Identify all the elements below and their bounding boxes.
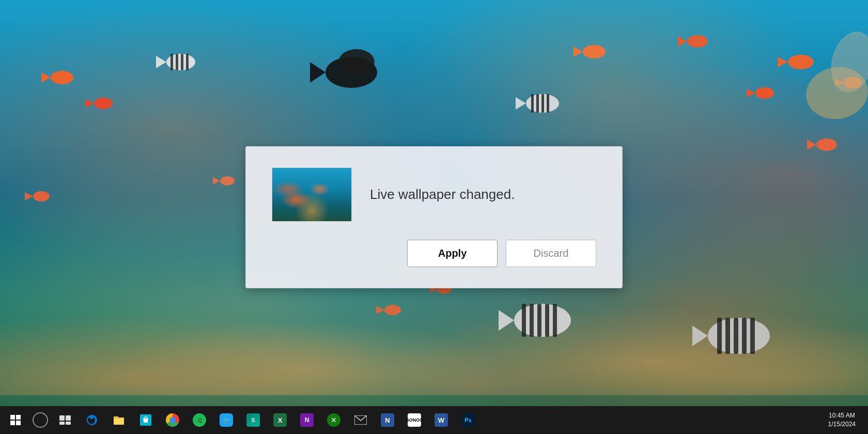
store-button[interactable] [132, 406, 159, 434]
cortana-icon [33, 412, 48, 428]
store-icon [138, 413, 153, 427]
cortana-button[interactable] [29, 406, 52, 434]
edge-icon [85, 413, 99, 427]
onenote-button[interactable]: N [293, 406, 320, 434]
xbox-button[interactable]: ✕ [320, 406, 347, 434]
task-view-button[interactable] [52, 406, 79, 434]
system-tray: 10:45 AM 1/15/2024 [818, 406, 866, 434]
excel-icon: X [273, 413, 287, 427]
onenote-icon: N [300, 413, 314, 427]
sonos-icon: SONOS [407, 413, 422, 427]
taskbar: ♫ 🐦 S X N ✕ [0, 406, 868, 434]
mail-icon [353, 413, 368, 427]
file-explorer-button[interactable] [105, 406, 132, 434]
apply-button[interactable]: Apply [407, 240, 498, 267]
spotify-icon: ♫ [192, 413, 207, 427]
twitter-button[interactable]: 🐦 [213, 406, 240, 434]
photoshop-button[interactable]: Ps [455, 406, 482, 434]
discard-button[interactable]: Discard [506, 240, 596, 267]
dialog-box: Live wallpaper changed. Apply Discard [245, 146, 623, 288]
excel-button[interactable]: X [267, 406, 293, 434]
svg-rect-59 [59, 415, 65, 421]
windows-icon [8, 413, 23, 427]
twitter-icon: 🐦 [219, 413, 234, 427]
clock-date: 1/15/2024 [828, 420, 856, 429]
word-button[interactable]: W [428, 406, 455, 434]
mail-button[interactable] [347, 406, 374, 434]
wallpaper-thumbnail [272, 167, 352, 222]
word-icon: W [434, 413, 448, 427]
svg-rect-61 [59, 422, 65, 425]
dialog-buttons: Apply Discard [272, 240, 596, 267]
svg-rect-57 [10, 421, 15, 425]
taskbar-clock[interactable]: 10:45 AM 1/15/2024 [824, 411, 860, 429]
sonos-button[interactable]: SONOS [401, 406, 428, 434]
svg-rect-60 [66, 415, 71, 421]
xbox-icon: ✕ [327, 413, 341, 427]
svg-rect-56 [16, 415, 21, 420]
task-view-icon [58, 413, 72, 427]
start-button[interactable] [2, 406, 29, 434]
svg-rect-58 [16, 421, 21, 425]
onenote-n-icon: N [380, 413, 395, 427]
dialog-content: Live wallpaper changed. [272, 167, 596, 222]
spotify-button[interactable]: ♫ [186, 406, 213, 434]
edge-button[interactable] [79, 406, 105, 434]
photoshop-icon: Ps [461, 413, 475, 427]
dialog-overlay: Live wallpaper changed. Apply Discard [0, 0, 868, 434]
chrome-button[interactable] [159, 406, 186, 434]
svg-rect-62 [66, 422, 71, 425]
svg-rect-55 [10, 415, 15, 420]
onenote-n-button[interactable]: N [374, 406, 401, 434]
clock-time: 10:45 AM [828, 411, 856, 420]
chrome-icon [165, 413, 180, 427]
dialog-message: Live wallpaper changed. [370, 187, 515, 203]
sway-icon: S [246, 413, 260, 427]
sway-button[interactable]: S [240, 406, 267, 434]
file-explorer-icon [112, 413, 126, 427]
